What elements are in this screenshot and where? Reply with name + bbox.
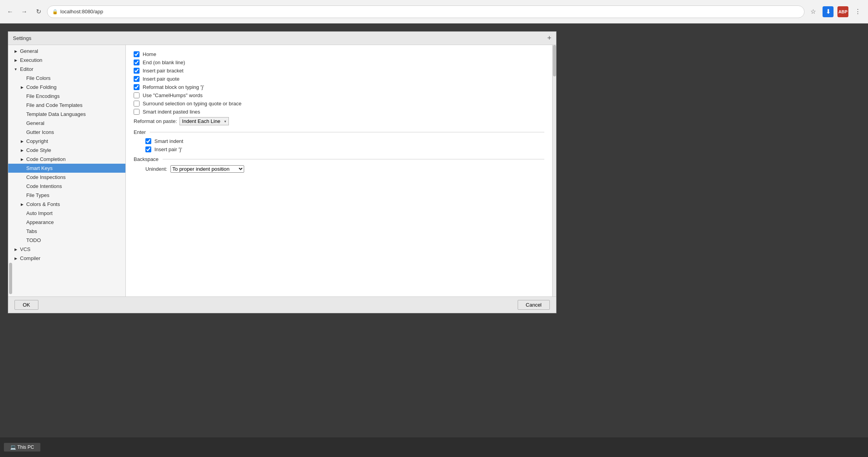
backspace-section-line [163, 159, 544, 159]
checkbox-insert-pair-bracket[interactable] [134, 68, 140, 74]
settings-dialog: Settings + GeneralExecutionEditorFile Co… [8, 31, 556, 313]
content-scrollbar[interactable] [552, 45, 556, 296]
sidebar-item-label-file-code-templates: File and Code Templates [26, 102, 83, 108]
sidebar-item-general2[interactable]: General [8, 119, 125, 128]
sidebar-item-general[interactable]: General [8, 47, 125, 56]
sidebar-item-gutter-icons[interactable]: Gutter Icons [8, 128, 125, 137]
back-button[interactable]: ← [5, 6, 16, 17]
extension-button[interactable]: ABP [837, 6, 848, 17]
sidebar-item-compiler[interactable]: Compiler [8, 254, 125, 263]
checkbox-label-reformat-block: Reformat block on typing '}' [143, 84, 204, 90]
download-button[interactable]: ⬇ [823, 6, 834, 17]
enter-checkbox-label-smart-indent: Smart indent [154, 138, 183, 144]
enter-section-group: Enter Smart indentInsert pair '}' [134, 129, 544, 152]
sidebar-item-label-code-inspections: Code Inspections [26, 174, 65, 180]
sidebar-item-label-copyright: Copyright [26, 138, 48, 144]
enter-checkbox-smart-indent[interactable] [145, 138, 151, 144]
browser-chrome: ← → ↻ 🔒 localhost:8080/app ☆ ⬇ ABP ⋮ [0, 0, 868, 23]
arrow-right-icon [19, 157, 25, 162]
checkbox-row-insert-pair-bracket: Insert pair bracket [134, 68, 544, 74]
sidebar-item-appearance[interactable]: Appearance [8, 218, 125, 227]
enter-checkbox-insert-pair-brace[interactable] [145, 146, 151, 152]
arrow-right-icon [19, 139, 25, 144]
sidebar-item-label-file-types: File Types [26, 192, 49, 198]
reformat-select-wrapper[interactable]: Indent Each LineNoneReformat Block [179, 117, 229, 125]
sidebar-item-file-encodings[interactable]: File Encodings [8, 92, 125, 101]
sidebar-item-label-todo: TODO [26, 237, 41, 243]
sidebar-item-template-data-languages[interactable]: Template Data Languages [8, 110, 125, 119]
checkbox-label-insert-pair-quote: Insert pair quote [143, 76, 179, 82]
refresh-button[interactable]: ↻ [33, 6, 44, 17]
sidebar-item-copyright[interactable]: Copyright [8, 137, 125, 146]
sidebar: GeneralExecutionEditorFile ColorsCode Fo… [8, 45, 126, 296]
sidebar-item-label-compiler: Compiler [20, 255, 40, 261]
sidebar-item-code-intentions[interactable]: Code Intentions [8, 182, 125, 191]
sidebar-item-label-tabs: Tabs [26, 228, 37, 234]
dialog-footer: OK Cancel [8, 296, 556, 313]
footer-right: Cancel [518, 300, 550, 310]
sidebar-item-label-gutter-icons: Gutter Icons [26, 129, 54, 135]
content-area: HomeEnd (on blank line)Insert pair brack… [126, 45, 552, 296]
sidebar-item-file-types[interactable]: File Types [8, 191, 125, 200]
sidebar-item-execution[interactable]: Execution [8, 56, 125, 65]
backspace-section-group: Backspace Unindent: To proper indent pos… [134, 156, 544, 173]
checkbox-smart-indent-pasted[interactable] [134, 109, 140, 115]
enter-checkbox-row-smart-indent: Smart indent [134, 138, 544, 144]
ok-button[interactable]: OK [14, 300, 38, 310]
checkbox-label-home: Home [143, 51, 156, 57]
taskbar: 💻 This PC [0, 437, 868, 457]
sidebar-item-code-completion[interactable]: Code Completion [8, 155, 125, 164]
unindent-row: Unindent: To proper indent positionSimpl… [134, 165, 544, 173]
unindent-select-wrapper[interactable]: To proper indent positionSimpleNone [170, 165, 244, 173]
checkbox-end-blank-line[interactable] [134, 60, 140, 65]
checkbox-row-use-camel-humps: Use "CamelHumps" words [134, 92, 544, 98]
unindent-select[interactable]: To proper indent positionSimpleNone [170, 165, 244, 173]
checkbox-row-reformat-block: Reformat block on typing '}' [134, 84, 544, 90]
sidebar-item-label-code-intentions: Code Intentions [26, 183, 62, 189]
sidebar-item-vcs[interactable]: VCS [8, 245, 125, 254]
sidebar-item-tabs[interactable]: Tabs [8, 227, 125, 236]
checkbox-insert-pair-quote[interactable] [134, 76, 140, 82]
sidebar-item-label-vcs: VCS [20, 246, 31, 252]
checkbox-label-use-camel-humps: Use "CamelHumps" words [143, 92, 203, 98]
sidebar-item-file-colors[interactable]: File Colors [8, 74, 125, 83]
checkbox-use-camel-humps[interactable] [134, 92, 140, 98]
sidebar-item-file-code-templates[interactable]: File and Code Templates [8, 101, 125, 110]
enter-checkbox-label-insert-pair-brace: Insert pair '}' [154, 146, 182, 152]
sidebar-item-todo[interactable]: TODO [8, 236, 125, 245]
cancel-button[interactable]: Cancel [518, 300, 550, 310]
sidebar-item-smart-keys[interactable]: Smart Keys [8, 164, 125, 173]
page-body: Settings + GeneralExecutionEditorFile Co… [0, 23, 868, 457]
sidebar-item-label-code-completion: Code Completion [26, 156, 65, 162]
checkbox-home[interactable] [134, 51, 140, 57]
sidebar-item-label-smart-keys: Smart Keys [26, 165, 53, 171]
checkbox-surround-selection[interactable] [134, 101, 140, 107]
sidebar-item-code-inspections[interactable]: Code Inspections [8, 173, 125, 182]
dialog-plus-button[interactable]: + [547, 34, 551, 42]
menu-button[interactable]: ⋮ [852, 6, 863, 17]
checkbox-row-smart-indent-pasted: Smart indent pasted lines [134, 109, 544, 115]
taskbar-item-label: This PC [17, 444, 34, 450]
sidebar-item-code-folding[interactable]: Code Folding [8, 83, 125, 92]
sidebar-item-colors-fonts[interactable]: Colors & Fonts [8, 200, 125, 209]
reformat-select[interactable]: Indent Each LineNoneReformat Block [179, 117, 229, 125]
sidebar-item-code-style[interactable]: Code Style [8, 146, 125, 155]
taskbar-item-icon: 💻 [10, 444, 16, 450]
sidebar-item-label-code-style: Code Style [26, 147, 51, 153]
sidebar-item-label-template-data-languages: Template Data Languages [26, 111, 86, 117]
checkbox-row-end-blank-line: End (on blank line) [134, 60, 544, 65]
forward-button[interactable]: → [19, 6, 30, 17]
sidebar-item-label-execution: Execution [20, 57, 42, 63]
checkbox-reformat-block[interactable] [134, 84, 140, 90]
enter-checkboxes-section: Smart indentInsert pair '}' [134, 138, 544, 152]
checkbox-row-surround-selection: Surround selection on typing quote or br… [134, 101, 544, 107]
arrow-right-icon [13, 247, 18, 252]
enter-checkbox-row-insert-pair-brace: Insert pair '}' [134, 146, 544, 152]
enter-section-header: Enter [134, 129, 544, 135]
star-button[interactable]: ☆ [808, 6, 819, 17]
reformat-row: Reformat on paste: Indent Each LineNoneR… [134, 117, 544, 125]
dialog-body: GeneralExecutionEditorFile ColorsCode Fo… [8, 45, 556, 296]
sidebar-item-editor[interactable]: Editor [8, 65, 125, 74]
sidebar-item-auto-import[interactable]: Auto Import [8, 209, 125, 218]
taskbar-item[interactable]: 💻 This PC [4, 443, 40, 452]
